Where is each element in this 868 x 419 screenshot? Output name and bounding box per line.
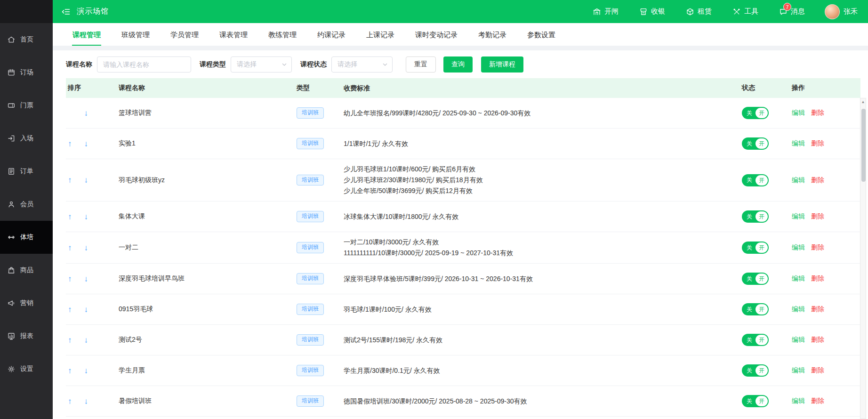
add-course-button[interactable]: 新增课程 bbox=[481, 56, 523, 73]
tab-booking-records[interactable]: 约课记录 bbox=[317, 24, 346, 46]
move-up-icon[interactable]: ↑ bbox=[68, 397, 72, 405]
move-up-icon[interactable]: ↑ bbox=[68, 140, 72, 148]
edit-link[interactable]: 编辑 bbox=[792, 336, 805, 344]
delete-link[interactable]: 删除 bbox=[811, 336, 824, 344]
move-down-icon[interactable]: ↓ bbox=[84, 306, 88, 314]
course-type-tag: 培训班 bbox=[297, 211, 324, 222]
edit-link[interactable]: 编辑 bbox=[792, 305, 805, 314]
nav-messages[interactable]: 消息7 bbox=[779, 7, 805, 16]
course-status-select[interactable]: 请选择 bbox=[331, 56, 393, 73]
edit-link[interactable]: 编辑 bbox=[792, 139, 805, 148]
status-switch[interactable]: 关开 bbox=[742, 303, 769, 315]
delete-link[interactable]: 删除 bbox=[811, 397, 824, 405]
tab-student-management[interactable]: 学员管理 bbox=[170, 24, 199, 46]
actions-cell: 编辑删除 bbox=[792, 243, 847, 252]
actions-cell: 编辑删除 bbox=[792, 274, 847, 283]
move-up-icon[interactable]: ↑ bbox=[68, 244, 72, 252]
collapse-sidebar-icon[interactable] bbox=[61, 7, 71, 16]
scrollbar-thumb[interactable] bbox=[861, 109, 866, 182]
move-down-icon[interactable]: ↓ bbox=[84, 275, 88, 283]
move-up-icon[interactable]: ↑ bbox=[68, 306, 72, 314]
switch-off-label: 关 bbox=[742, 275, 755, 283]
column-header-type: 类型 bbox=[297, 84, 344, 92]
sort-cell: ↑↓ bbox=[66, 176, 119, 184]
topbar-nav: 开闸收银租赁工具消息7 bbox=[593, 7, 805, 16]
user-menu[interactable]: 张禾 bbox=[825, 4, 858, 19]
status-switch[interactable]: 关开 bbox=[742, 395, 769, 407]
delete-link[interactable]: 删除 bbox=[811, 274, 824, 283]
edit-link[interactable]: 编辑 bbox=[792, 397, 805, 405]
tools-icon bbox=[732, 8, 741, 16]
status-cell: 关开 bbox=[742, 137, 792, 150]
edit-link[interactable]: 编辑 bbox=[792, 176, 805, 185]
delete-link[interactable]: 删除 bbox=[811, 243, 824, 252]
fee-line: 幼儿全年班报名/999课时/4280元/ 2025-09-30 ~ 2026-0… bbox=[344, 108, 737, 119]
sidebar-item-goods[interactable]: 商品 bbox=[0, 254, 53, 287]
edit-link[interactable]: 编辑 bbox=[792, 212, 805, 221]
status-switch[interactable]: 关开 bbox=[742, 107, 769, 119]
nav-tools[interactable]: 工具 bbox=[732, 7, 758, 16]
move-down-icon[interactable]: ↓ bbox=[84, 244, 88, 252]
status-switch[interactable]: 关开 bbox=[742, 242, 769, 254]
nav-gate[interactable]: 开闸 bbox=[593, 7, 619, 16]
sidebar-item-entry[interactable]: 入场 bbox=[0, 122, 53, 155]
status-switch[interactable]: 关开 bbox=[742, 210, 769, 223]
delete-link[interactable]: 删除 bbox=[811, 305, 824, 314]
move-down-icon[interactable]: ↓ bbox=[84, 140, 88, 148]
sidebar-item-settings[interactable]: 设置 bbox=[0, 353, 53, 386]
delete-link[interactable]: 删除 bbox=[811, 109, 824, 117]
status-switch[interactable]: 关开 bbox=[742, 137, 769, 150]
course-type-select[interactable]: 请选择 bbox=[231, 56, 292, 73]
move-down-icon[interactable]: ↓ bbox=[84, 213, 88, 221]
edit-link[interactable]: 编辑 bbox=[792, 109, 805, 117]
delete-link[interactable]: 删除 bbox=[811, 212, 824, 221]
search-button[interactable]: 查询 bbox=[443, 56, 473, 73]
fee-line: 少儿羽毛球班2/30课时/1980元/ 购买后18月有效 bbox=[344, 175, 737, 185]
move-up-icon[interactable]: ↑ bbox=[68, 176, 72, 184]
tab-parameter-settings[interactable]: 参数设置 bbox=[527, 24, 556, 46]
move-up-icon[interactable]: ↑ bbox=[68, 336, 72, 344]
move-down-icon[interactable]: ↓ bbox=[84, 176, 88, 184]
scroll-up-arrow[interactable]: ▲ bbox=[860, 98, 866, 105]
sidebar-item-members[interactable]: 会员 bbox=[0, 188, 53, 221]
tab-attendance-records[interactable]: 考勤记录 bbox=[478, 24, 507, 46]
status-switch[interactable]: 关开 bbox=[742, 273, 769, 285]
tab-coach-management[interactable]: 教练管理 bbox=[268, 24, 297, 46]
nav-cashier[interactable]: 收银 bbox=[639, 7, 665, 16]
delete-link[interactable]: 删除 bbox=[811, 176, 824, 185]
tab-class-management[interactable]: 班级管理 bbox=[121, 24, 150, 46]
status-switch[interactable]: 关开 bbox=[742, 174, 769, 186]
sidebar-item-booking[interactable]: 订场 bbox=[0, 56, 53, 89]
delete-link[interactable]: 删除 bbox=[811, 139, 824, 148]
status-switch[interactable]: 关开 bbox=[742, 364, 769, 377]
sidebar-item-home[interactable]: 首页 bbox=[0, 23, 53, 56]
move-up-icon[interactable]: ↑ bbox=[68, 213, 72, 221]
move-down-icon[interactable]: ↓ bbox=[84, 367, 88, 375]
sidebar-item-tickets[interactable]: 门票 bbox=[0, 89, 53, 122]
edit-link[interactable]: 编辑 bbox=[792, 366, 805, 375]
delete-link[interactable]: 删除 bbox=[811, 366, 824, 375]
status-switch[interactable]: 关开 bbox=[742, 334, 769, 346]
move-down-icon[interactable]: ↓ bbox=[84, 109, 88, 117]
sidebar-item-reports[interactable]: 报表 bbox=[0, 320, 53, 353]
tab-hour-change-records[interactable]: 课时变动记录 bbox=[415, 24, 458, 46]
sidebar-item-orders[interactable]: 订单 bbox=[0, 155, 53, 188]
table-scrollbar[interactable]: ▲ bbox=[860, 98, 866, 419]
tab-timetable-management[interactable]: 课表管理 bbox=[219, 24, 248, 46]
reset-button[interactable]: 重置 bbox=[406, 56, 436, 73]
actions-cell: 编辑删除 bbox=[792, 176, 847, 185]
move-up-icon[interactable]: ↑ bbox=[68, 275, 72, 283]
edit-link[interactable]: 编辑 bbox=[792, 243, 805, 252]
tab-lesson-records[interactable]: 上课记录 bbox=[366, 24, 395, 46]
fee-line: 少儿全年班/50课时/3699元/ 购买后12月有效 bbox=[344, 185, 737, 196]
training-icon bbox=[7, 233, 16, 242]
sidebar-item-marketing[interactable]: 营销 bbox=[0, 287, 53, 320]
edit-link[interactable]: 编辑 bbox=[792, 274, 805, 283]
nav-rental[interactable]: 租赁 bbox=[686, 7, 712, 16]
move-down-icon[interactable]: ↓ bbox=[84, 336, 88, 344]
sidebar-item-training[interactable]: 体培 bbox=[0, 221, 53, 254]
move-down-icon[interactable]: ↓ bbox=[84, 397, 88, 405]
tab-course-management[interactable]: 课程管理 bbox=[72, 24, 101, 46]
move-up-icon[interactable]: ↑ bbox=[68, 367, 72, 375]
course-name-input[interactable] bbox=[97, 56, 191, 73]
